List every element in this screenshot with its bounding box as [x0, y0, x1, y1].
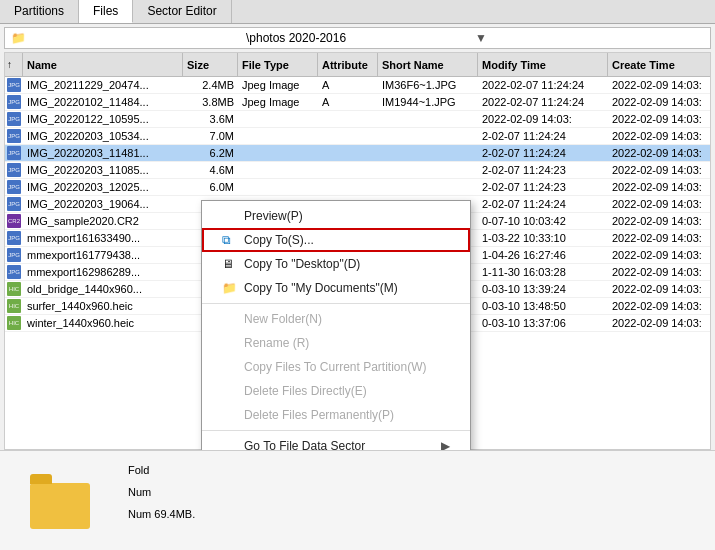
col-header-attr[interactable]: Attribute	[318, 53, 378, 76]
file-size: 4.6M	[183, 163, 238, 177]
file-create: 2022-02-09 14:03:	[608, 112, 710, 126]
file-create: 2022-02-09 14:03:	[608, 316, 710, 330]
col-header-name[interactable]: Name	[23, 53, 183, 76]
table-row[interactable]: JPG IMG_20220122_10595... 3.6M 2022-02-0…	[5, 111, 710, 128]
file-shortname: IM36F6~1.JPG	[378, 78, 478, 92]
file-modify: 2-02-07 11:24:23	[478, 163, 608, 177]
file-name: IMG_20220122_10595...	[23, 112, 183, 126]
file-create: 2022-02-09 14:03:	[608, 95, 710, 109]
col-header-shortname[interactable]: Short Name	[378, 53, 478, 76]
file-create: 2022-02-09 14:03:	[608, 231, 710, 245]
file-create: 2022-02-09 14:03:	[608, 197, 710, 211]
file-name: IMG_20220203_10534...	[23, 129, 183, 143]
file-create: 2022-02-09 14:03:	[608, 146, 710, 160]
file-attr	[318, 118, 378, 120]
col-header-modify[interactable]: Modify Time	[478, 53, 608, 76]
menu-label-preview: Preview(P)	[244, 209, 303, 223]
file-icon-cell: JPG	[5, 163, 23, 177]
file-icon-cell: JPG	[5, 197, 23, 211]
folder-detail-num: Num	[128, 481, 707, 503]
file-modify: 0-03-10 13:48:50	[478, 299, 608, 313]
menu-label-rename: Rename (R)	[244, 336, 309, 350]
file-modify: 2022-02-09 14:03:	[478, 112, 608, 126]
address-dropdown[interactable]: ▼	[475, 31, 704, 45]
file-type-icon: JPG	[7, 197, 21, 211]
menu-item-delete-directly: Delete Files Directly(E)	[202, 379, 470, 403]
table-row[interactable]: JPG IMG_20220203_12025... 6.0M 2-02-07 1…	[5, 179, 710, 196]
file-create: 2022-02-09 14:03:	[608, 265, 710, 279]
file-shortname	[378, 135, 478, 137]
file-type-icon: JPG	[7, 231, 21, 245]
file-icon-cell: JPG	[5, 231, 23, 245]
table-row[interactable]: JPG IMG_20220203_10534... 7.0M 2-02-07 1…	[5, 128, 710, 145]
menu-separator	[202, 303, 470, 304]
file-modify: 2022-02-07 11:24:24	[478, 78, 608, 92]
file-shortname: IM1944~1.JPG	[378, 95, 478, 109]
file-type-icon: JPG	[7, 248, 21, 262]
file-name: winter_1440x960.heic	[23, 316, 183, 330]
tab-bar: Partitions Files Sector Editor	[0, 0, 715, 24]
file-name: IMG_20220102_11484...	[23, 95, 183, 109]
tab-partitions[interactable]: Partitions	[0, 0, 79, 23]
file-type-icon: JPG	[7, 129, 21, 143]
file-icon-cell: JPG	[5, 265, 23, 279]
file-icon-cell: JPG	[5, 129, 23, 143]
menu-label-copy-current: Copy Files To Current Partition(W)	[244, 360, 427, 374]
file-create: 2022-02-09 14:03:	[608, 129, 710, 143]
file-attr	[318, 169, 378, 171]
file-name: IMG_20211229_20474...	[23, 78, 183, 92]
file-shortname	[378, 186, 478, 188]
file-modify: 0-07-10 10:03:42	[478, 214, 608, 228]
address-bar: 📁 \photos 2020-2016 ▼	[4, 27, 711, 49]
sort-icon: ↑	[5, 53, 23, 76]
table-row[interactable]: JPG IMG_20220102_11484... 3.8MB Jpeg Ima…	[5, 94, 710, 111]
folder-icon-big	[30, 483, 90, 529]
menu-item-preview[interactable]: Preview(P)	[202, 204, 470, 228]
menu-item-copy-to[interactable]: ⧉Copy To(S)...	[202, 228, 470, 252]
file-size: 7.0M	[183, 129, 238, 143]
file-modify: 2-02-07 11:24:24	[478, 197, 608, 211]
table-row[interactable]: JPG IMG_20220203_11481... 6.2M 2-02-07 1…	[5, 145, 710, 162]
file-header: ↑ Name Size File Type Attribute Short Na…	[5, 53, 710, 77]
file-shortname	[378, 152, 478, 154]
file-create: 2022-02-09 14:03:	[608, 299, 710, 313]
table-row[interactable]: JPG IMG_20220203_11085... 4.6M 2-02-07 1…	[5, 162, 710, 179]
file-name: IMG_20220203_11481...	[23, 146, 183, 160]
col-header-create[interactable]: Create Time	[608, 53, 710, 76]
file-size: 2.4MB	[183, 78, 238, 92]
file-type-icon: JPG	[7, 265, 21, 279]
context-menu: Preview(P)⧉Copy To(S)...🖥Copy To "Deskto…	[201, 200, 471, 450]
folder-detail-fold: Fold	[128, 459, 707, 481]
file-type-icon: HIC	[7, 282, 21, 296]
file-size: 3.6M	[183, 112, 238, 126]
table-row[interactable]: JPG IMG_20211229_20474... 2.4MB Jpeg Ima…	[5, 77, 710, 94]
file-name: IMG_20220203_19064...	[23, 197, 183, 211]
file-type	[238, 152, 318, 154]
menu-item-copy-docs[interactable]: 📁Copy To "My Documents"(M)	[202, 276, 470, 300]
file-name: old_bridge_1440x960...	[23, 282, 183, 296]
file-modify: 2-02-07 11:24:24	[478, 146, 608, 160]
col-header-filetype[interactable]: File Type	[238, 53, 318, 76]
bottom-panel: Fold Num Num 69.4MB.	[0, 450, 715, 550]
file-icon-cell: HIC	[5, 282, 23, 296]
file-size: 6.0M	[183, 180, 238, 194]
file-create: 2022-02-09 14:03:	[608, 78, 710, 92]
menu-icon-copy-desktop: 🖥	[222, 257, 238, 271]
menu-label-copy-desktop: Copy To "Desktop"(D)	[244, 257, 360, 271]
file-type	[238, 118, 318, 120]
file-icon-cell: JPG	[5, 78, 23, 92]
file-size: 3.8MB	[183, 95, 238, 109]
menu-item-copy-desktop[interactable]: 🖥Copy To "Desktop"(D)	[202, 252, 470, 276]
file-modify: 1-03-22 10:33:10	[478, 231, 608, 245]
file-modify: 2-02-07 11:24:23	[478, 180, 608, 194]
file-type-icon: CR2	[7, 214, 21, 228]
file-type-icon: JPG	[7, 163, 21, 177]
tab-sector-editor[interactable]: Sector Editor	[133, 0, 231, 23]
file-attr	[318, 152, 378, 154]
tab-files[interactable]: Files	[79, 0, 133, 23]
file-name: mmexport162986289...	[23, 265, 183, 279]
menu-item-copy-current: Copy Files To Current Partition(W)	[202, 355, 470, 379]
menu-item-goto-sector[interactable]: Go To File Data Sector▶	[202, 434, 470, 450]
file-size: 6.2M	[183, 146, 238, 160]
col-header-size[interactable]: Size	[183, 53, 238, 76]
